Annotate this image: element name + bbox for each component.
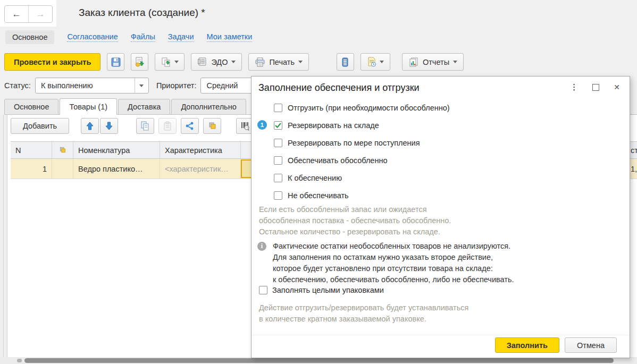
table-toolbar: Добавить (11, 118, 254, 134)
cancel-button[interactable]: Отмена (565, 337, 617, 353)
history-nav: ← → (4, 5, 53, 23)
register-records-button[interactable] (337, 53, 354, 71)
share-button[interactable] (181, 118, 199, 134)
cell-characteristic-value: <характеристик… (165, 165, 229, 173)
tab-main[interactable]: Основное (4, 99, 58, 115)
checkbox[interactable] (274, 121, 282, 130)
copy-rows-button[interactable] (136, 118, 154, 134)
option-reserve-warehouse[interactable]: 1 Резервировать на складе (252, 116, 630, 134)
column-header-n[interactable]: N (11, 142, 52, 158)
column-header-characteristic-label: Характеристика (165, 146, 222, 155)
create-based-on-button[interactable] (155, 53, 185, 71)
dialog-options-list: Отгрузить (при необходимости обособленно… (252, 99, 630, 204)
status-row: Статус: К выполнению Приоритет: Средний (4, 78, 286, 94)
document-tabs: Основное Товары (1) Доставка Дополнитель… (4, 98, 247, 115)
app-window: ← → Заказ клиента (создание) * Основное … (0, 0, 637, 364)
checkbox[interactable] (274, 174, 282, 182)
save-button[interactable] (107, 53, 124, 71)
panel-gutter (3, 115, 4, 357)
nav-tab-notes[interactable]: Мои заметки (207, 32, 253, 42)
stacked-squares-icon (207, 121, 217, 131)
cell-nomenclature[interactable]: Ведро пластико… (73, 159, 160, 179)
edo-icon (197, 57, 207, 67)
scheduled-tasks-button[interactable] (361, 53, 390, 71)
status-value: К выполнению (36, 81, 135, 90)
arrow-down-icon (105, 122, 113, 130)
checkbox[interactable] (259, 286, 267, 294)
option-reserve-on-receipt[interactable]: Резервировать по мере поступления (252, 134, 630, 151)
checkbox[interactable] (274, 191, 282, 200)
option-label: Обеспечивать обособленно (288, 156, 388, 165)
tab-delivery[interactable]: Доставка (118, 99, 170, 115)
option-fill-whole-packs[interactable]: Заполнять целыми упаковками (259, 286, 384, 294)
tab-goods[interactable]: Товары (1) (60, 98, 117, 115)
edo-label: ЭДО (211, 58, 228, 66)
order-badge: 1 (257, 120, 267, 130)
fill-button[interactable]: Заполнить (495, 337, 559, 353)
status-dropdown-button[interactable] (135, 78, 148, 93)
page-title: Заказ клиента (создание) * (79, 7, 205, 19)
option-do-not-supply[interactable]: Не обеспечивать (252, 187, 630, 204)
header-nav-tabs: Основное Согласование Файлы Задачи Мои з… (5, 30, 252, 45)
dropdown-caret-icon (298, 61, 303, 63)
edo-button[interactable]: ЭДО (191, 53, 242, 71)
dropdown-caret-icon (453, 61, 457, 63)
stacked-squares-icon (58, 146, 66, 154)
copy-icon (140, 121, 150, 131)
checkbox[interactable] (274, 156, 282, 165)
post-and-close-button[interactable]: Провести и закрыть (4, 53, 100, 71)
cell-n[interactable]: 1 (11, 159, 52, 179)
column-header-isolated[interactable] (52, 142, 73, 158)
dialog-title: Заполнение обеспечения и отгрузки (258, 82, 420, 94)
info-note-text: Фактические остатки необособленных товар… (273, 241, 514, 285)
move-up-button[interactable] (81, 118, 99, 134)
forward-button[interactable]: → (29, 6, 52, 22)
option-label: Не обеспечивать (288, 191, 349, 200)
column-header-nomenclature[interactable]: Номенклатура (73, 142, 160, 158)
more-menu-icon[interactable]: ⋮ (570, 82, 578, 92)
forward-icon: → (36, 9, 45, 20)
option-supply-isolated[interactable]: Обеспечивать обособленно (252, 151, 630, 169)
dropdown-caret-icon (231, 61, 236, 63)
nav-tab-files[interactable]: Файлы (131, 32, 155, 42)
option-label: Резервировать на складе (288, 121, 379, 130)
maximize-icon[interactable] (592, 84, 599, 91)
pack-hint-text: Действие отгрузить/резервировать будет у… (259, 302, 468, 325)
post-document-button[interactable] (131, 53, 148, 71)
column-header-partial[interactable]: ст (630, 142, 637, 158)
tab-additional[interactable]: Дополнительно (171, 99, 246, 115)
option-to-supply[interactable]: К обеспечению (252, 169, 630, 187)
close-icon[interactable]: ✕ (614, 83, 620, 91)
cell-partial[interactable]: 1, (630, 159, 637, 179)
paste-icon (163, 121, 172, 131)
checkbox[interactable] (274, 139, 282, 147)
move-down-button[interactable] (100, 118, 118, 134)
dropdown-caret-icon (380, 61, 384, 63)
option-ship[interactable]: Отгрузить (при необходимости обособленно… (252, 99, 630, 116)
main-toolbar: Провести и закрыть ЭДО Печать (4, 53, 464, 71)
reports-icon (408, 57, 419, 67)
scrollbar-left-nub[interactable] (17, 359, 22, 362)
checkbox[interactable] (274, 104, 282, 112)
dropdown-caret-icon (139, 84, 144, 87)
option-label: К обеспечению (288, 174, 342, 182)
isolate-rows-button[interactable] (203, 118, 221, 134)
add-row-button[interactable]: Добавить (11, 118, 69, 134)
column-header-characteristic[interactable]: Характеристика (160, 142, 241, 158)
fill-supply-dialog: Заполнение обеспечения и отгрузки ⋮ ✕ От… (251, 76, 630, 358)
status-label: Статус: (4, 81, 31, 90)
print-button[interactable]: Печать (248, 53, 309, 71)
status-select[interactable]: К выполнению (35, 78, 149, 94)
reports-button[interactable]: Отчеты (402, 53, 464, 71)
nav-tab-tasks[interactable]: Задачи (168, 32, 194, 42)
cell-characteristic[interactable]: <характеристик… (160, 159, 241, 179)
scrollbar-thumb[interactable] (24, 358, 614, 363)
cell-isolated[interactable] (52, 159, 73, 179)
back-button[interactable]: ← (5, 6, 29, 22)
check-icon (275, 123, 281, 128)
nav-tab-approval[interactable]: Согласование (67, 32, 118, 42)
option-label: Резервировать по мере поступления (288, 139, 420, 147)
save-icon (111, 57, 121, 67)
paste-rows-button[interactable] (158, 118, 177, 134)
nav-tab-main[interactable]: Основное (5, 30, 54, 44)
